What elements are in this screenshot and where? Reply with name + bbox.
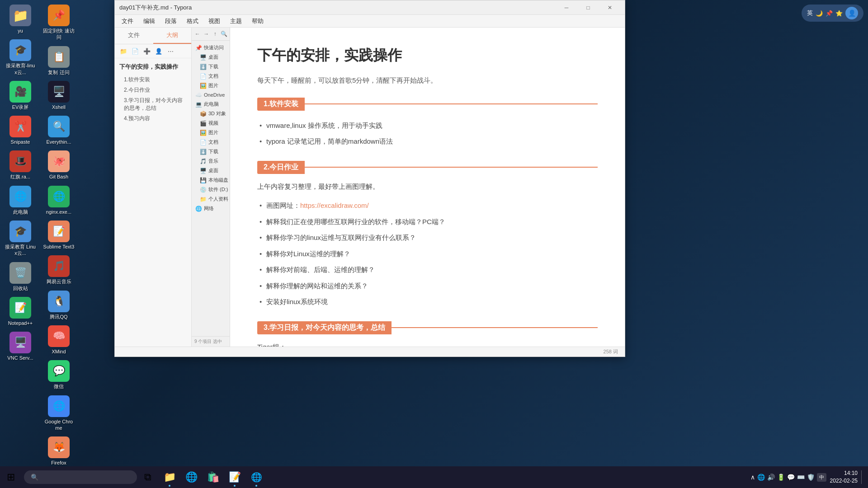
outline-item-4[interactable]: 4.预习内容 (119, 113, 187, 124)
fb-back-button[interactable]: ← (193, 29, 202, 38)
desktop-icon-wangluoma[interactable]: 🌐 此电脑 (2, 183, 38, 217)
fb-item-music[interactable]: 🎵 音乐 (192, 156, 230, 166)
desktop-icon-quickaccess[interactable]: 📌 固定到快 速访问 (41, 2, 77, 43)
store-button[interactable]: 🛍️ (202, 466, 224, 488)
excalidraw-link[interactable]: https://excalidraw.com/ (300, 202, 369, 209)
desktop-icon-xshell[interactable]: 🖥️ Xshell (41, 79, 77, 113)
desktop-icon-ev[interactable]: 🎥 EV录屏 (2, 79, 38, 113)
tray-avatar[interactable]: 👤 (845, 7, 858, 19)
outline-item-1[interactable]: 1.软件安装 (119, 75, 187, 85)
chrome-taskbar-button[interactable]: 🌐 (245, 466, 267, 488)
doc-title: 下午的安排，实践操作 (257, 46, 598, 66)
tab-outline[interactable]: 大纲 (153, 28, 192, 44)
fb-item-3d[interactable]: 📦 3D 对象 (192, 109, 230, 118)
fb-item-dl2[interactable]: ⬇️ 下载 (192, 147, 230, 156)
section3-line (392, 327, 598, 328)
tray-security-icon[interactable]: 🛡️ (807, 474, 815, 481)
desktop-icon-vnc[interactable]: 🖥️ VNC Serv... (2, 329, 38, 363)
minimize-button[interactable]: ─ (556, 0, 577, 15)
menu-view[interactable]: 视图 (204, 16, 225, 27)
menu-help[interactable]: 帮助 (247, 16, 268, 27)
fb-item-personal[interactable]: 📁 个人资料 (E (192, 194, 230, 204)
fb-item-onedrive[interactable]: ☁️ OneDrive (192, 90, 230, 99)
fb-item-video[interactable]: 🎬 视频 (192, 118, 230, 128)
fb-item-pics2[interactable]: 🖼️ 图片 (192, 128, 230, 137)
fb-icon-video: 🎬 (200, 120, 207, 127)
menu-file[interactable]: 文件 (117, 16, 138, 27)
desktop-icon-yu[interactable]: 📁 yu (2, 2, 38, 36)
fb-item-desktop2[interactable]: 🖥️ 桌面 (192, 166, 230, 175)
tray-wechat-icon[interactable]: 💬 (787, 474, 795, 481)
toolbar-more-icon[interactable]: ⋯ (165, 46, 175, 56)
edge-button[interactable]: 🌐 (180, 466, 202, 488)
tray-volume-icon[interactable]: 🔊 (767, 474, 775, 481)
fb-search-button[interactable]: 🔍 (220, 29, 228, 38)
desktop-icon-recycle[interactable]: 🗑️ 回收站 (2, 260, 38, 294)
window-title: day01下午补充.md - Typora (119, 4, 556, 12)
tray-keyboard-icon[interactable]: ⌨️ (797, 474, 805, 481)
maximize-button[interactable]: □ (578, 0, 599, 15)
file-explorer-button[interactable]: 📁 (159, 466, 180, 488)
task-view-button[interactable]: ⧉ (137, 466, 159, 488)
section1-item-2: typora 记录笔记用，简单的markdown语法 (257, 133, 598, 150)
menu-bar: 文件 编辑 段落 格式 视图 主题 帮助 (115, 15, 625, 28)
tray-language-icon[interactable]: 中 (817, 473, 826, 482)
input-method-label[interactable]: 英 (807, 9, 813, 17)
desktop-icon-qq[interactable]: 🐧 腾讯QQ (41, 288, 77, 322)
desktop-icon-jiucai[interactable]: 🎓 接采教育-linux云... (2, 37, 38, 78)
fb-item-drive-d[interactable]: 💿 软件 (D:) (192, 185, 230, 194)
fb-item-thispc[interactable]: 💻 此电脑 (192, 99, 230, 109)
toolbar-folder-icon[interactable]: 📁 (118, 46, 128, 56)
desktop-icon-nginx[interactable]: 🌐 nginx.exe... (41, 183, 77, 217)
desktop-icon-gitbash[interactable]: 🐙 Git Bash (41, 148, 77, 182)
tray-battery-icon[interactable]: 🔋 (777, 474, 785, 481)
fb-item-drive-c[interactable]: 💾 本地磁盘 (C (192, 175, 230, 185)
tray-expand-icon[interactable]: ∧ (750, 474, 755, 481)
toolbar-add-icon[interactable]: ➕ (142, 46, 152, 56)
tray-network-icon[interactable]: 🌐 (757, 474, 765, 481)
menu-format[interactable]: 格式 (182, 16, 203, 27)
chrome-running-indicator (255, 485, 257, 487)
fb-item-quickaccess[interactable]: 📌 快速访问 (192, 43, 230, 52)
fb-up-button[interactable]: ↑ (211, 29, 219, 38)
section3-header: 3.学习日报，对今天内容的思考，总结 (257, 321, 598, 334)
desktop-icon-chrome[interactable]: 🌐 Google Chrome (41, 393, 77, 434)
document-area[interactable]: 下午的安排，实践操作 每天下午，睡醒前，可以放首歌5分钟，清醒下再开始战斗。 1… (230, 28, 625, 347)
fb-item-desktop[interactable]: 🖥️ 桌面 (192, 52, 230, 62)
desktop-icon-redhat[interactable]: 🎩 红旗.ra... (2, 148, 38, 182)
desktop-icon-notepad[interactable]: 📝 Notepad++ (2, 295, 38, 328)
toolbar-person-icon[interactable]: 👤 (154, 46, 164, 56)
fb-item-docs2[interactable]: 📄 文档 (192, 137, 230, 147)
fb-icon-desktop: 🖥️ (200, 54, 207, 61)
fb-forward-button[interactable]: → (203, 29, 211, 38)
typora-taskbar-button[interactable]: 📝 (224, 466, 245, 488)
tray-pin-icon: 📌 (826, 10, 833, 17)
start-button[interactable]: ⊞ (0, 466, 22, 488)
toolbar-file-icon[interactable]: 📄 (130, 46, 140, 56)
tab-file[interactable]: 文件 (115, 28, 153, 44)
fb-icon-3d: 📦 (200, 111, 207, 117)
show-desktop-button[interactable] (861, 470, 863, 484)
menu-theme[interactable]: 主题 (226, 16, 246, 27)
desktop-icon-wechat[interactable]: 💬 微信 (41, 358, 77, 392)
taskbar-search[interactable]: 🔍 (24, 470, 137, 484)
desktop-icon-jiucai2[interactable]: 🎓 接采教育 Linux云... (2, 218, 38, 259)
fb-item-docs[interactable]: 📄 文档 (192, 71, 230, 81)
menu-edit[interactable]: 编辑 (139, 16, 160, 27)
desktop-icon-neteasemusic[interactable]: 🎵 网易云音乐 (41, 253, 77, 287)
desktop-icon-copy[interactable]: 📋 复制 迁问 (41, 44, 77, 78)
desktop-icon-everything[interactable]: 🔍 Everythin... (41, 113, 77, 147)
outline-title: 下午的安排，实践操作 (119, 63, 187, 71)
desktop-icon-firefox[interactable]: 🦊 Firefox (41, 434, 77, 468)
fb-item-network[interactable]: 🌐 网络 (192, 204, 230, 213)
close-button[interactable]: ✕ (599, 0, 620, 15)
tray-time[interactable]: 14:10 2022-02-25 (830, 469, 858, 485)
desktop-icon-xmind[interactable]: 🧠 XMind (41, 323, 77, 357)
desktop-icon-sublime[interactable]: 📝 Sublime Text3 (41, 218, 77, 252)
outline-item-3[interactable]: 3.学习日报，对今天内容的思考，总结 (119, 95, 187, 113)
menu-paragraph[interactable]: 段落 (160, 16, 181, 27)
fb-item-pics[interactable]: 🖼️ 图片 (192, 81, 230, 90)
outline-item-2[interactable]: 2.今日作业 (119, 85, 187, 95)
desktop-icon-snipaste[interactable]: ✂️ Snipaste (2, 113, 38, 147)
fb-item-downloads[interactable]: ⬇️ 下载 (192, 62, 230, 71)
